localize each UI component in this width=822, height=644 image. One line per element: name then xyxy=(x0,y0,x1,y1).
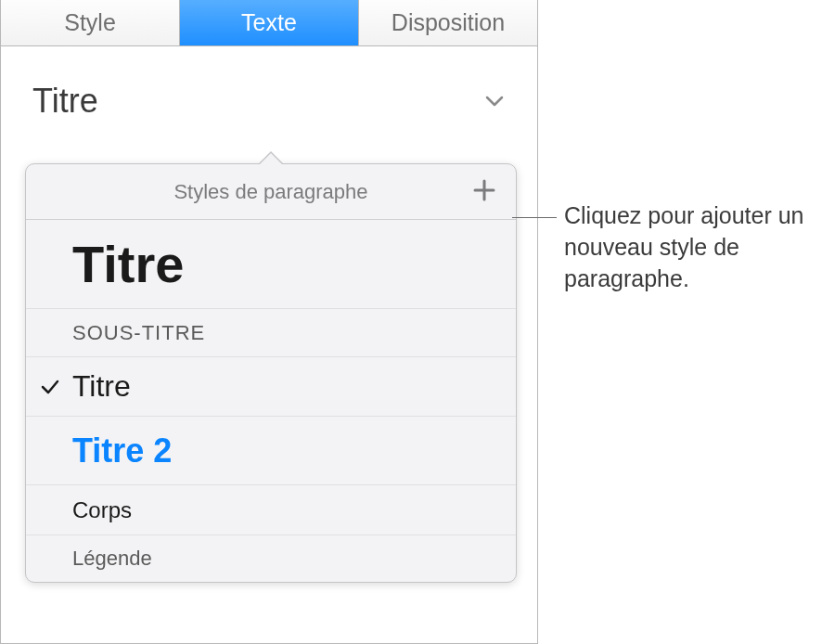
style-item-label: Corps xyxy=(72,497,132,523)
inspector-panel: Style Texte Disposition Titre Styles de … xyxy=(0,0,538,644)
paragraph-style-current: Titre xyxy=(32,82,98,121)
style-item-label: Titre xyxy=(72,369,131,404)
callout-text: Cliquez pour ajouter un nouveau style de… xyxy=(564,200,819,294)
paragraph-styles-popover: Styles de paragraphe Titre Sous-titre Ti… xyxy=(25,163,517,583)
callout-leader-line xyxy=(512,217,557,218)
style-item-label: Titre 2 xyxy=(72,431,172,470)
style-item-label: Titre xyxy=(72,234,184,294)
style-item-label: Légende xyxy=(72,547,152,571)
tab-style[interactable]: Style xyxy=(1,0,180,45)
style-item-body[interactable]: Corps xyxy=(26,485,516,535)
tab-bar: Style Texte Disposition xyxy=(1,0,537,46)
style-item-title[interactable]: Titre xyxy=(26,220,516,309)
style-item-subtitle[interactable]: Sous-titre xyxy=(26,309,516,357)
popover-header: Styles de paragraphe xyxy=(26,164,516,220)
paragraph-style-list: Titre Sous-titre Titre Titre 2 Corps Lég… xyxy=(26,220,516,582)
chevron-down-icon xyxy=(483,90,506,112)
check-icon xyxy=(39,376,61,398)
tab-disposition[interactable]: Disposition xyxy=(359,0,537,45)
add-paragraph-style-button[interactable] xyxy=(468,175,501,209)
style-item-heading2[interactable]: Titre 2 xyxy=(26,417,516,485)
plus-icon xyxy=(472,178,496,206)
style-item-heading[interactable]: Titre xyxy=(26,357,516,417)
style-item-caption[interactable]: Légende xyxy=(26,535,516,582)
paragraph-style-dropdown[interactable]: Titre xyxy=(1,46,537,148)
tab-texte[interactable]: Texte xyxy=(180,0,359,45)
popover-title: Styles de paragraphe xyxy=(173,180,367,204)
style-item-label: Sous-titre xyxy=(72,321,205,345)
